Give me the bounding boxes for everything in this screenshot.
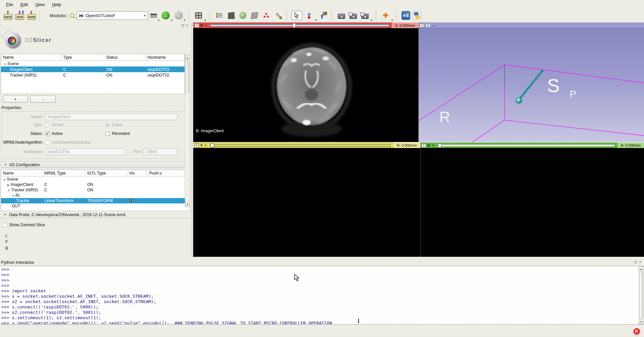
module-search-icon[interactable] [70,13,74,18]
data-probe-header[interactable]: ▼ Data Probe: C:/dev/explora/20Noviemb..… [1,211,190,218]
layout-dropdown-icon[interactable]: ▾ [204,18,206,22]
column-header[interactable]: Name [1,54,61,60]
io-row-tracker[interactable]: TrackerLinearTransformTRANSFORM [1,198,190,203]
panel-scrollbar-thumb[interactable] [185,60,189,92]
server-radio[interactable] [45,123,50,127]
threed-spin-icon[interactable]: ☼ [432,23,436,28]
notification-close-button[interactable]: ✕ [633,327,641,335]
io-row-imagerclient[interactable]: ▶ImagerClientCON [1,182,190,187]
editor-button[interactable]: ✎ [273,11,283,20]
panel-divider[interactable] [192,22,193,258]
green-slice-slider[interactable] [437,143,615,148]
python-popout-icon[interactable]: ⊙ [634,260,637,264]
show-zoomed-slice-checkbox[interactable] [3,223,7,227]
yellow-pin-icon[interactable]: ↧ [195,143,199,148]
scene-restore-button[interactable] [360,11,370,20]
screenshot-button[interactable] [337,11,346,20]
scroll-up-icon[interactable]: ▲ [639,267,643,271]
yellow-slider-handle[interactable] [211,143,214,148]
yellow-slice-view[interactable] [193,148,420,257]
connector-row-tracker-nirs-[interactable]: Tracker (NIRS)CONraspiDOT02. [1,72,184,78]
scroll-down-icon[interactable]: ▼ [639,319,643,324]
io-row-scene[interactable]: ▼Scene [1,177,190,182]
layout-selector-button[interactable] [194,11,203,20]
console-scrollbar-thumb[interactable] [639,272,643,318]
connector-row-imagerclient[interactable]: ImagerClientCONraspiDOT03. [1,66,184,72]
column-header[interactable]: Name [1,170,42,176]
red-slice-view[interactable]: B: ImagerClient [193,28,418,142]
red-slice-slider[interactable] [210,23,389,28]
module-back-button[interactable]: ← [162,11,170,19]
active-checkbox[interactable]: ✓ [45,132,50,136]
scroll-down-icon[interactable]: ▼ [185,202,190,206]
module-list-button[interactable] [215,11,224,20]
red-pin-icon[interactable]: ↧ [195,23,199,28]
io-row-in[interactable]: ▼IN [1,193,190,198]
load-data-button[interactable]: ⬆ DATA [3,11,13,20]
remove-connector-button[interactable]: - [30,96,56,103]
streaming-volume-checkbox[interactable] [45,140,50,145]
python-console[interactable]: >>>>>>>>>>>>>>> import socket>>> s = soc… [0,266,644,325]
extensions-manager-button[interactable]: E [401,11,410,20]
module-history-button[interactable] [150,12,157,18]
python-close-icon[interactable]: × [639,260,641,264]
green-slice-view[interactable] [420,148,644,257]
hostname-field[interactable]: raspiDOT03. [45,148,125,155]
forward-dropdown-icon[interactable]: ▾ [184,18,185,22]
column-header[interactable]: Type [61,54,104,60]
window-level-button[interactable]: ⬆ [319,11,328,20]
column-header[interactable]: IGTL Type [85,170,127,176]
scene-view-button[interactable] [348,11,358,20]
io-row-tracker-nirs-[interactable]: ▼Tracker (NIRS)CON [1,187,190,193]
python-interactor-button[interactable] [413,11,421,20]
red-menu-icon[interactable]: ✳ [204,23,207,28]
menu-edit[interactable]: Edit [17,1,31,8]
io-row-out[interactable]: OUT [1,203,190,209]
scroll-up-icon[interactable]: ▲ [185,55,190,60]
column-header[interactable]: Push o [147,170,184,176]
menu-help[interactable]: Help [49,1,64,8]
console-scrollbar[interactable]: ▲ ▼ [639,266,644,324]
save-button[interactable]: ⬇ SAVE [27,11,36,20]
panel-scrollbar[interactable]: ▲ ▼ [185,55,190,207]
menu-file[interactable]: File [3,1,16,8]
persistent-checkbox[interactable] [106,132,110,136]
models-button[interactable] [238,11,248,20]
column-header[interactable]: Vis [127,170,147,176]
green-menu-icon[interactable]: ✳ [432,143,435,148]
volume-rendering-button[interactable] [226,11,236,20]
panel-close-icon[interactable]: × [186,23,188,28]
load-dicom-button[interactable]: ⬇⬆ DCM [15,11,24,20]
connector-row-scene[interactable]: ▼Scene [1,61,184,66]
red-slider-handle[interactable] [292,23,296,28]
transform-dropdown-icon[interactable]: ▾ [315,18,317,22]
scene-dropdown-icon[interactable]: ▾ [371,18,372,22]
port-field[interactable]: 18945 [144,148,177,155]
io-configuration-header[interactable]: ▼ I/O Configuration [1,161,190,168]
back-dropdown-icon[interactable]: ▾ [171,18,172,22]
panel-popout-icon[interactable]: ⊙ [181,23,184,28]
client-radio[interactable] [105,123,110,127]
module-forward-button[interactable]: → [175,11,183,19]
mouse-interaction-button[interactable] [291,11,302,20]
green-slider-handle[interactable] [438,143,441,148]
module-selector-combo[interactable]: ⋈ OpenIGTLinkIF ▾ [77,11,148,20]
column-header[interactable]: MRML Type [42,170,85,176]
yellow-slice-slider[interactable] [210,143,391,148]
history-dropdown-icon[interactable]: ▾ [158,18,160,22]
markups-button[interactable]: ✱✱ ✱ [262,11,271,20]
yellow-menu-icon[interactable]: ✳ [204,143,207,148]
menu-view[interactable]: View [32,1,48,8]
crosshair-button[interactable]: ✚ [381,11,390,20]
crosshair-dropdown-icon[interactable]: ▾ [391,18,393,22]
slice-grid-button[interactable] [250,11,259,20]
threed-pin-icon[interactable]: ↧ [420,23,424,28]
threed-view[interactable]: S P R [418,28,644,142]
green-pin-icon[interactable]: ↧ [422,143,426,148]
column-header[interactable]: Hostname [145,54,184,60]
connector-name-field[interactable]: ImagerClient [45,113,177,120]
column-header[interactable]: Status [104,54,146,60]
transform-tool-button[interactable]: ⇧ [305,11,314,20]
add-connector-button[interactable]: + [3,96,28,103]
visibility-eye-icon[interactable] [129,199,133,202]
